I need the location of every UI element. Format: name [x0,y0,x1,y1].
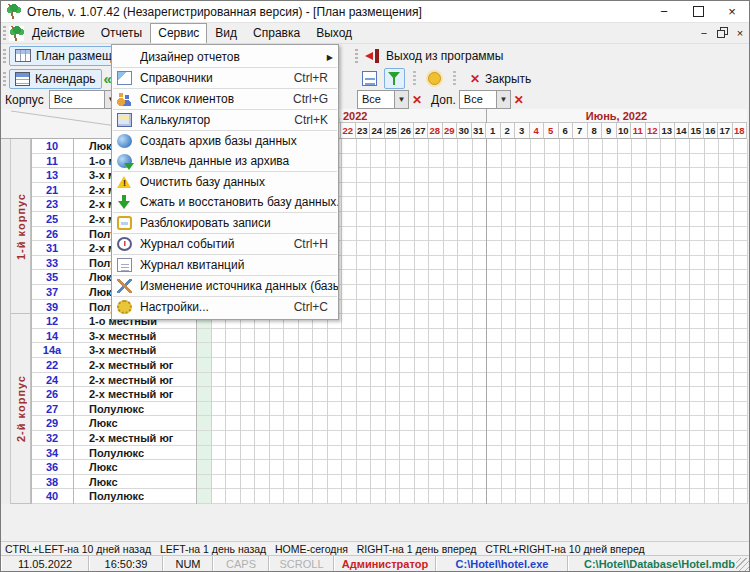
exit-program-button[interactable]: Выход из программы [359,46,509,66]
day-header-15[interactable]: 15 [689,123,704,139]
funnel-icon [388,72,401,85]
day-header-31[interactable]: 31 [472,123,487,139]
day-header-4[interactable]: 4 [530,123,545,139]
room-number: 40 [31,490,73,502]
day-header-2[interactable]: 2 [501,123,516,139]
service-menu-item-9[interactable]: Журнал событийCtrl+H [112,234,338,254]
toolbar-grip[interactable] [355,49,358,63]
room-row-32[interactable]: 322-х местный юг [11,431,747,446]
day-header-28[interactable]: 28 [428,123,443,139]
service-menu-item-10[interactable]: Журнал квитанций [112,255,338,275]
close-button[interactable]: × [715,2,749,22]
filter1-combobox[interactable]: Все ▼ [357,90,409,109]
grid-column-line [385,139,386,504]
filter-button[interactable] [384,68,405,89]
mdi-minimize-button[interactable]: − [697,27,711,39]
service-menu-item-4[interactable]: Создать архив базы данных [112,131,338,151]
room-number: 32 [31,432,73,444]
korpus-combobox[interactable]: Все ▼ [49,90,119,109]
app-window: Отель, v. 1.07.42 (Незарегистрированная … [0,0,750,572]
service-menu-item-12[interactable]: Настройки...Ctrl+C [112,297,338,317]
service-menu-item-7[interactable]: Сжать и восстановить базу данных... [112,192,338,212]
grid-column-line [718,139,719,504]
room-row-26[interactable]: 262-х местный юг [11,387,747,402]
service-menu-item-11[interactable]: Изменение источника данных (базы данных)… [112,276,338,296]
grid-column-line [646,139,647,504]
filter2-clear-button[interactable]: ✕ [514,94,524,106]
room-number: 38 [31,476,73,488]
menu-view[interactable]: Вид [207,24,245,42]
toolbar-grip[interactable] [3,26,6,40]
service-menu-item-3[interactable]: КалькуляторCtrl+K [112,110,338,130]
day-header-10[interactable]: 10 [617,123,632,139]
service-menu-item-6[interactable]: Очистить базу данных [112,172,338,192]
room-row-14a[interactable]: 14a3-х местный [11,343,747,358]
day-header-5[interactable]: 5 [544,123,559,139]
toolbar-grip[interactable] [3,49,6,63]
chevron-down-icon[interactable]: ▼ [394,91,408,108]
mdi-restore-button[interactable] [715,27,729,39]
exit-button-label: Выход из программы [386,49,503,63]
room-row-29[interactable]: 29Люкс [11,416,747,431]
menu-reports[interactable]: Отчеты [93,24,150,42]
room-row-22[interactable]: 222-х местный юг [11,358,747,373]
day-header-8[interactable]: 8 [588,123,603,139]
day-header-6[interactable]: 6 [559,123,574,139]
day-header-27[interactable]: 27 [414,123,429,139]
service-menu-item-0[interactable]: Дизайнер отчетов▶ [112,47,338,67]
chevron-down-icon[interactable]: ▼ [496,91,510,108]
service-menu-item-5[interactable]: Извлечь данные из архива [112,151,338,171]
menu-help[interactable]: Справка [245,24,308,42]
room-number: 37 [31,286,73,298]
room-row-38[interactable]: 38Люкс [11,475,747,490]
day-header-3[interactable]: 3 [515,123,530,139]
room-row-34[interactable]: 34Полулюкс [11,446,747,461]
room-number: 27 [31,403,73,415]
room-row-36[interactable]: 36Люкс [11,460,747,475]
maximize-button[interactable] [681,2,715,22]
grid-column-line [544,139,545,504]
menu-action[interactable]: Действие [24,24,93,42]
room-type: Полулюкс [83,447,144,459]
day-header-17[interactable]: 17 [718,123,733,139]
day-header-24[interactable]: 24 [370,123,385,139]
filter1-clear-button[interactable]: ✕ [412,94,422,106]
menu-exit[interactable]: Выход [308,24,360,42]
room-row-14[interactable]: 143-х местный [11,329,747,344]
toolbar-grip[interactable] [3,72,6,86]
legend-button[interactable] [424,68,445,89]
room-row-24[interactable]: 242-х местный юг [11,373,747,388]
filter2-combobox[interactable]: Все ▼ [459,90,511,109]
resize-grip[interactable] [736,558,749,571]
day-header-1[interactable]: 1 [486,123,501,139]
app-palm-icon [6,4,21,19]
day-header-23[interactable]: 23 [356,123,371,139]
close-plan-button[interactable]: ✕ Закрыть [464,69,537,89]
day-header-18[interactable]: 18 [733,123,748,139]
day-header-9[interactable]: 9 [602,123,617,139]
toolbar-separator [413,71,416,86]
room-row-27[interactable]: 27Полулюкс [11,402,747,417]
day-header-30[interactable]: 30 [457,123,472,139]
day-header-14[interactable]: 14 [675,123,690,139]
log-view-button[interactable] [359,68,380,89]
service-menu-item-8[interactable]: Разблокировать записи [112,213,338,233]
service-menu-item-2[interactable]: Список клиентовCtrl+G [112,89,338,109]
day-header-25[interactable]: 25 [385,123,400,139]
grid-column-line [704,139,705,504]
day-header-16[interactable]: 16 [704,123,719,139]
menu-service[interactable]: Сервис [150,23,207,43]
day-header-7[interactable]: 7 [573,123,588,139]
day-header-26[interactable]: 26 [399,123,414,139]
day-header-29[interactable]: 29 [443,123,458,139]
service-menu-item-1[interactable]: СправочникиCtrl+R [112,68,338,88]
calendar-button[interactable]: Календарь [9,69,102,89]
mdi-close-button[interactable]: × [733,27,747,39]
grid-column-line [356,139,357,504]
minimize-button[interactable]: − [647,2,681,22]
day-header-22[interactable]: 22 [341,123,356,139]
day-header-13[interactable]: 13 [660,123,675,139]
day-header-12[interactable]: 12 [646,123,661,139]
room-row-40[interactable]: 40Полулюкс [11,489,747,504]
day-header-11[interactable]: 11 [631,123,646,139]
